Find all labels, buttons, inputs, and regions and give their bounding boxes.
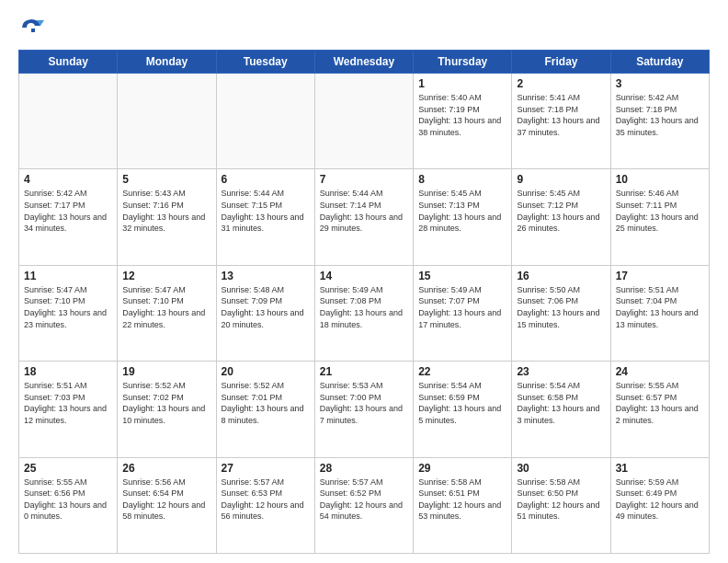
day-number: 18 bbox=[24, 365, 112, 378]
day-info: Sunrise: 5:40 AMSunset: 7:19 PMDaylight:… bbox=[418, 92, 506, 138]
day-cell: 3Sunrise: 5:42 AMSunset: 7:18 PMDaylight… bbox=[610, 74, 709, 169]
day-info: Sunrise: 5:43 AMSunset: 7:16 PMDaylight:… bbox=[122, 188, 210, 234]
page: SundayMondayTuesdayWednesdayThursdayFrid… bbox=[0, 0, 728, 563]
day-cell bbox=[19, 74, 118, 169]
week-row-4: 18Sunrise: 5:51 AMSunset: 7:03 PMDayligh… bbox=[19, 362, 710, 457]
day-info: Sunrise: 5:41 AMSunset: 7:18 PMDaylight:… bbox=[517, 92, 605, 138]
day-info: Sunrise: 5:57 AMSunset: 6:52 PMDaylight:… bbox=[320, 477, 408, 523]
day-cell: 26Sunrise: 5:56 AMSunset: 6:54 PMDayligh… bbox=[118, 457, 216, 553]
day-number: 25 bbox=[24, 462, 112, 475]
day-info: Sunrise: 5:59 AMSunset: 6:49 PMDaylight:… bbox=[616, 477, 704, 523]
day-cell: 24Sunrise: 5:55 AMSunset: 6:57 PMDayligh… bbox=[610, 362, 709, 457]
day-number: 5 bbox=[122, 173, 210, 186]
weekday-saturday: Saturday bbox=[610, 51, 709, 74]
day-cell: 9Sunrise: 5:45 AMSunset: 7:12 PMDaylight… bbox=[512, 169, 610, 265]
weekday-monday: Monday bbox=[118, 51, 216, 74]
day-cell: 11Sunrise: 5:47 AMSunset: 7:10 PMDayligh… bbox=[19, 265, 118, 361]
day-cell bbox=[118, 74, 216, 169]
day-number: 19 bbox=[122, 365, 210, 378]
day-info: Sunrise: 5:58 AMSunset: 6:50 PMDaylight:… bbox=[517, 477, 605, 523]
day-cell: 28Sunrise: 5:57 AMSunset: 6:52 PMDayligh… bbox=[314, 457, 413, 553]
day-number: 2 bbox=[517, 77, 605, 90]
day-info: Sunrise: 5:53 AMSunset: 7:00 PMDaylight:… bbox=[320, 380, 408, 426]
day-number: 3 bbox=[616, 77, 704, 90]
day-number: 16 bbox=[517, 270, 605, 282]
day-info: Sunrise: 5:52 AMSunset: 7:02 PMDaylight:… bbox=[122, 380, 210, 426]
day-number: 12 bbox=[122, 270, 210, 282]
weekday-sunday: Sunday bbox=[19, 51, 118, 74]
day-number: 24 bbox=[616, 365, 704, 378]
day-number: 26 bbox=[122, 462, 210, 475]
day-cell: 1Sunrise: 5:40 AMSunset: 7:19 PMDaylight… bbox=[414, 74, 512, 169]
weekday-header-row: SundayMondayTuesdayWednesdayThursdayFrid… bbox=[19, 51, 710, 74]
day-number: 13 bbox=[222, 270, 310, 282]
day-cell: 10Sunrise: 5:46 AMSunset: 7:11 PMDayligh… bbox=[610, 169, 709, 265]
day-cell: 14Sunrise: 5:49 AMSunset: 7:08 PMDayligh… bbox=[314, 265, 413, 361]
day-number: 6 bbox=[222, 173, 310, 186]
day-number: 10 bbox=[616, 173, 704, 186]
day-cell: 18Sunrise: 5:51 AMSunset: 7:03 PMDayligh… bbox=[19, 362, 118, 457]
day-number: 23 bbox=[517, 365, 605, 378]
day-info: Sunrise: 5:51 AMSunset: 7:03 PMDaylight:… bbox=[24, 380, 112, 426]
day-info: Sunrise: 5:42 AMSunset: 7:17 PMDaylight:… bbox=[24, 188, 112, 234]
day-cell: 29Sunrise: 5:58 AMSunset: 6:51 PMDayligh… bbox=[414, 457, 512, 553]
day-cell bbox=[216, 74, 314, 169]
day-cell: 20Sunrise: 5:52 AMSunset: 7:01 PMDayligh… bbox=[216, 362, 314, 457]
day-info: Sunrise: 5:54 AMSunset: 6:58 PMDaylight:… bbox=[517, 380, 605, 426]
day-cell: 16Sunrise: 5:50 AMSunset: 7:06 PMDayligh… bbox=[512, 265, 610, 361]
day-cell: 13Sunrise: 5:48 AMSunset: 7:09 PMDayligh… bbox=[216, 265, 314, 361]
day-info: Sunrise: 5:47 AMSunset: 7:10 PMDaylight:… bbox=[24, 284, 112, 330]
week-row-1: 1Sunrise: 5:40 AMSunset: 7:19 PMDaylight… bbox=[19, 74, 710, 169]
weekday-wednesday: Wednesday bbox=[314, 51, 413, 74]
day-info: Sunrise: 5:44 AMSunset: 7:14 PMDaylight:… bbox=[320, 188, 408, 234]
day-number: 22 bbox=[418, 365, 506, 378]
day-info: Sunrise: 5:45 AMSunset: 7:13 PMDaylight:… bbox=[418, 188, 506, 234]
day-number: 1 bbox=[418, 77, 506, 90]
day-number: 20 bbox=[222, 365, 310, 378]
day-info: Sunrise: 5:57 AMSunset: 6:53 PMDaylight:… bbox=[222, 477, 310, 523]
day-number: 17 bbox=[616, 270, 704, 282]
day-cell: 17Sunrise: 5:51 AMSunset: 7:04 PMDayligh… bbox=[610, 265, 709, 361]
day-cell: 25Sunrise: 5:55 AMSunset: 6:56 PMDayligh… bbox=[19, 457, 118, 553]
day-number: 31 bbox=[616, 462, 704, 475]
day-number: 9 bbox=[517, 173, 605, 186]
weekday-thursday: Thursday bbox=[414, 51, 512, 74]
calendar-table: SundayMondayTuesdayWednesdayThursdayFrid… bbox=[18, 50, 710, 554]
day-number: 11 bbox=[24, 270, 112, 282]
logo bbox=[18, 15, 48, 40]
day-info: Sunrise: 5:58 AMSunset: 6:51 PMDaylight:… bbox=[418, 477, 506, 523]
day-cell: 5Sunrise: 5:43 AMSunset: 7:16 PMDaylight… bbox=[118, 169, 216, 265]
logo-icon bbox=[18, 15, 44, 40]
day-info: Sunrise: 5:46 AMSunset: 7:11 PMDaylight:… bbox=[616, 188, 704, 234]
day-number: 30 bbox=[517, 462, 605, 475]
day-cell: 21Sunrise: 5:53 AMSunset: 7:00 PMDayligh… bbox=[314, 362, 413, 457]
day-cell: 30Sunrise: 5:58 AMSunset: 6:50 PMDayligh… bbox=[512, 457, 610, 553]
day-cell: 12Sunrise: 5:47 AMSunset: 7:10 PMDayligh… bbox=[118, 265, 216, 361]
day-number: 28 bbox=[320, 462, 408, 475]
day-number: 21 bbox=[320, 365, 408, 378]
day-info: Sunrise: 5:55 AMSunset: 6:57 PMDaylight:… bbox=[616, 380, 704, 426]
day-cell: 2Sunrise: 5:41 AMSunset: 7:18 PMDaylight… bbox=[512, 74, 610, 169]
week-row-2: 4Sunrise: 5:42 AMSunset: 7:17 PMDaylight… bbox=[19, 169, 710, 265]
day-info: Sunrise: 5:42 AMSunset: 7:18 PMDaylight:… bbox=[616, 92, 704, 138]
day-cell: 27Sunrise: 5:57 AMSunset: 6:53 PMDayligh… bbox=[216, 457, 314, 553]
day-info: Sunrise: 5:49 AMSunset: 7:08 PMDaylight:… bbox=[320, 284, 408, 330]
day-info: Sunrise: 5:50 AMSunset: 7:06 PMDaylight:… bbox=[517, 284, 605, 330]
day-info: Sunrise: 5:48 AMSunset: 7:09 PMDaylight:… bbox=[222, 284, 310, 330]
header bbox=[18, 15, 710, 40]
day-number: 14 bbox=[320, 270, 408, 282]
day-info: Sunrise: 5:54 AMSunset: 6:59 PMDaylight:… bbox=[418, 380, 506, 426]
day-cell: 7Sunrise: 5:44 AMSunset: 7:14 PMDaylight… bbox=[314, 169, 413, 265]
day-cell: 19Sunrise: 5:52 AMSunset: 7:02 PMDayligh… bbox=[118, 362, 216, 457]
day-info: Sunrise: 5:51 AMSunset: 7:04 PMDaylight:… bbox=[616, 284, 704, 330]
day-info: Sunrise: 5:49 AMSunset: 7:07 PMDaylight:… bbox=[418, 284, 506, 330]
day-info: Sunrise: 5:44 AMSunset: 7:15 PMDaylight:… bbox=[222, 188, 310, 234]
day-info: Sunrise: 5:45 AMSunset: 7:12 PMDaylight:… bbox=[517, 188, 605, 234]
day-cell: 4Sunrise: 5:42 AMSunset: 7:17 PMDaylight… bbox=[19, 169, 118, 265]
day-cell: 6Sunrise: 5:44 AMSunset: 7:15 PMDaylight… bbox=[216, 169, 314, 265]
weekday-tuesday: Tuesday bbox=[216, 51, 314, 74]
day-info: Sunrise: 5:47 AMSunset: 7:10 PMDaylight:… bbox=[122, 284, 210, 330]
day-info: Sunrise: 5:52 AMSunset: 7:01 PMDaylight:… bbox=[222, 380, 310, 426]
day-number: 15 bbox=[418, 270, 506, 282]
week-row-5: 25Sunrise: 5:55 AMSunset: 6:56 PMDayligh… bbox=[19, 457, 710, 553]
